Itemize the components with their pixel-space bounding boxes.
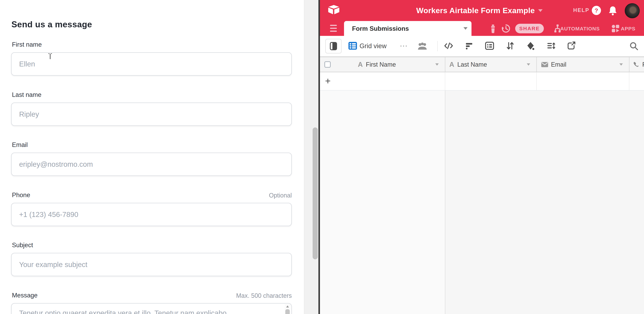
column-divider [445,57,445,72]
column-divider [629,72,629,90]
column-header-last-name[interactable]: A Last Name [449,57,536,72]
column-divider [536,57,537,72]
text-field-icon: A [449,61,454,68]
grid-column-line [445,91,445,314]
add-row[interactable]: + [320,72,644,91]
select-all-checkbox[interactable] [324,61,331,68]
phone-field-icon [633,61,640,68]
airtable-window: Workers Airtable Form Example HELP ? For… [320,0,644,314]
base-title-wrap[interactable]: Workers Airtable Form Example [416,0,543,21]
help-button[interactable]: HELP [573,7,590,13]
view-options-button[interactable]: ··· [400,43,408,49]
caret-down-icon [538,9,543,12]
bell-icon[interactable] [608,6,618,16]
color-icon[interactable] [526,41,535,50]
last-name-input[interactable] [11,103,292,126]
caret-down-icon[interactable] [464,27,468,30]
add-row-icon[interactable]: + [325,75,331,87]
text-field-icon: A [358,61,363,68]
grid-primary-column-bg [320,91,445,314]
first-name-input[interactable] [11,52,292,76]
airtable-logo-icon[interactable] [328,5,340,15]
panel-toggle-icon [330,42,337,50]
toolbar-divider [437,41,438,51]
tab-form-submissions[interactable]: Form Submissions [344,21,472,36]
textarea-scroll-thumb[interactable] [285,309,290,314]
avatar[interactable] [625,3,640,18]
email-input[interactable] [11,153,292,176]
grid-empty-area [320,91,644,314]
last-name-label: Last name [12,91,42,98]
column-divider [629,57,630,72]
grid-header-row: A First Name A Last Name Email [320,57,644,72]
window-divider [318,0,320,314]
subject-input[interactable] [11,253,292,276]
phone-label: Phone [12,191,30,199]
first-name-label: First name [12,41,42,48]
form-window: Send us a message First name Last name E… [0,0,318,314]
collaborators-icon[interactable] [417,42,428,51]
filter-icon[interactable] [464,41,474,50]
automations-button[interactable]: AUTOMATIONS [560,26,600,32]
caret-down-icon[interactable] [527,63,530,66]
textarea-scrollbar[interactable] [285,304,290,314]
message-textarea[interactable] [11,303,292,314]
view-toolbar: Grid view ··· [320,36,644,57]
screen: Send us a message First name Last name E… [0,0,644,314]
share-label: SHARE [519,26,540,32]
message-label: Message [12,292,38,299]
help-circle-icon[interactable]: ? [592,6,601,15]
tab-label: Form Submissions [352,25,409,32]
column-divider [536,72,537,90]
hide-fields-icon[interactable] [444,41,454,50]
column-header-first-name[interactable]: A First Name [358,57,445,72]
panel-toggle-button[interactable] [325,39,342,54]
column-header-email[interactable]: Email [541,57,629,72]
search-icon[interactable] [629,41,639,51]
scroll-up-arrow-icon[interactable] [286,305,289,307]
caret-down-icon[interactable] [435,63,439,66]
share-view-icon[interactable] [567,41,576,50]
subject-label: Subject [12,241,33,249]
share-button[interactable]: SHARE [515,24,544,33]
history-icon[interactable] [501,24,511,33]
caret-down-icon[interactable] [620,63,623,66]
group-icon[interactable] [485,41,494,50]
view-name[interactable]: Grid view [360,42,386,50]
ibeam-cursor [48,53,52,60]
airtable-topbar: Workers Airtable Form Example HELP ? [320,0,644,21]
message-max-hint: Max. 500 characters [236,292,292,299]
base-title[interactable]: Workers Airtable Form Example [416,6,535,15]
trash-icon[interactable] [488,24,498,33]
grid-view-icon [348,42,357,50]
apps-icon[interactable] [611,24,620,33]
page-scrollbar-thumb[interactable] [312,127,318,259]
row-height-icon[interactable] [546,41,556,50]
phone-input[interactable] [11,203,292,226]
airtable-tabbar: Form Submissions SHARE [320,21,644,36]
apps-button[interactable]: APPS [621,26,636,32]
column-header-phone[interactable]: Phone [633,57,644,72]
page-title: Send us a message [12,20,92,29]
email-label: Email [12,141,28,148]
sort-icon[interactable] [505,41,515,50]
page-scrollbar[interactable] [304,0,318,314]
menu-icon[interactable] [330,25,337,32]
email-field-icon [541,62,548,67]
phone-optional-hint: Optional [269,192,292,199]
column-divider [445,72,445,90]
